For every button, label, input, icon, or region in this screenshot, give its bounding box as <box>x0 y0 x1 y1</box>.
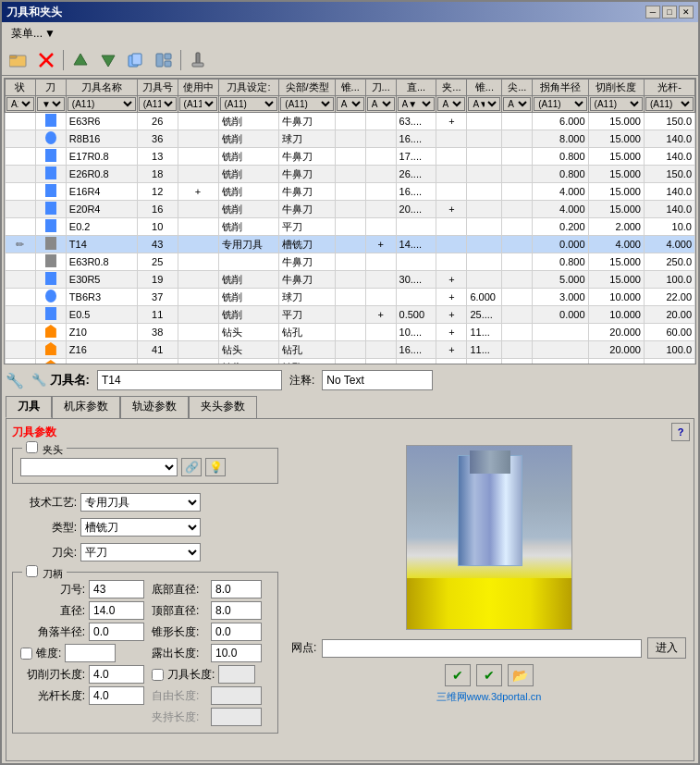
tip-select[interactable]: 平刀 球头 <box>80 543 201 561</box>
table-row[interactable]: Z16 41 钻头 钻孔 16.... + 11... 20.000 100.0 <box>6 341 695 359</box>
col-cone2: 锥... <box>467 80 502 96</box>
filter-blade[interactable]: A▼ <box>365 96 396 113</box>
minimize-button[interactable]: ─ <box>645 6 660 19</box>
toolbar-btn-copy[interactable] <box>123 48 149 72</box>
tool-len-checkbox[interactable] <box>152 669 164 681</box>
toolbar-btn-settings[interactable] <box>151 48 177 72</box>
filter-clamp[interactable]: A▼ <box>436 96 467 113</box>
filter-cone[interactable]: A▼ <box>335 96 365 113</box>
cell-num: 41 <box>137 341 178 359</box>
help-button[interactable]: ? <box>671 423 690 441</box>
cell-setting: 铣削 <box>218 183 279 201</box>
cell-blade <box>365 271 396 289</box>
table-row[interactable]: Z12 39 钻头 钻孔 12.... + 11... 20.000 70.00 <box>6 359 695 365</box>
clamp-section-title: 夹头 <box>22 441 67 457</box>
menu-item-main[interactable]: 菜单... ▼ <box>6 24 61 43</box>
toolbar-btn-up[interactable] <box>68 48 93 72</box>
tab-machine[interactable]: 机床参数 <box>52 396 120 418</box>
ok-btn-2[interactable]: ✔ <box>476 664 502 686</box>
notes-input[interactable] <box>322 370 433 390</box>
table-row[interactable]: E0.2 10 铣削 平刀 0.200 2.000 10.0 <box>6 218 695 236</box>
cell-edit <box>35 183 66 201</box>
close-button[interactable]: ✕ <box>679 6 694 19</box>
tech-select[interactable]: 专用刀具 铣削 钻头 <box>80 493 201 512</box>
bottom-dia-input[interactable] <box>211 580 262 598</box>
cone-len-input[interactable] <box>211 623 262 641</box>
cell-name: T14 <box>66 236 137 253</box>
dia-input[interactable] <box>89 601 144 620</box>
cell-tip <box>502 201 533 218</box>
cell-shaft: 140.0 <box>644 183 694 201</box>
tab-tool[interactable]: 刀具 <box>6 396 52 418</box>
hold-len-row: 夹持长度: <box>152 708 262 726</box>
clamp-light-btn[interactable]: 💡 <box>205 458 226 476</box>
toolbar-btn-delete[interactable] <box>33 48 59 72</box>
cell-name: E0.5 <box>66 306 137 324</box>
table-row[interactable]: R8B16 36 铣削 球刀 16.... 8.000 15.000 140.0 <box>6 130 695 148</box>
filter-corner[interactable]: (A11) <box>533 96 588 113</box>
cell-shaft: 140.0 <box>644 148 694 166</box>
filter-cone2[interactable]: A▼ <box>467 96 502 113</box>
tool-name-input[interactable] <box>97 370 282 390</box>
tab-clamp[interactable]: 夹头参数 <box>189 396 257 418</box>
maximize-button[interactable]: □ <box>662 6 677 19</box>
table-row[interactable]: ✏ T14 43 专用刀具 槽铣刀 + 14.... 0.000 4.000 4… <box>6 236 695 253</box>
cell-used <box>178 148 218 166</box>
table-row[interactable]: E63R0.8 25 牛鼻刀 0.800 15.000 250.0 <box>6 253 695 271</box>
cell-tip <box>502 324 533 341</box>
window-controls: ─ □ ✕ <box>645 6 694 19</box>
table-row[interactable]: E17R0.8 13 铣削 牛鼻刀 17.... 0.800 15.000 14… <box>6 148 695 166</box>
cell-edit <box>35 306 66 324</box>
filter-status[interactable]: A11 <box>6 96 36 113</box>
table-row[interactable]: Z10 38 钻头 钻孔 10.... + 11... 20.000 60.00 <box>6 324 695 341</box>
filter-dia[interactable]: A▼ <box>396 96 436 113</box>
table-row[interactable]: E26R0.8 18 铣削 牛鼻刀 26.... 0.800 15.000 15… <box>6 166 695 183</box>
free-len-input[interactable] <box>211 686 262 705</box>
filter-cutlen[interactable]: (A11) <box>588 96 644 113</box>
cone-checkbox[interactable] <box>20 648 32 660</box>
table-row[interactable]: E20R4 16 铣削 牛鼻刀 20.... + 4.000 15.000 14… <box>6 201 695 218</box>
tool-table[interactable]: 状 刀 刀具名称 刀具号 使用中 刀具设定: 尖部/类型 锥... 刀... 直… <box>4 78 696 364</box>
filter-tiptype[interactable]: (A11) <box>279 96 335 113</box>
filter-shaft[interactable]: (A11) <box>644 96 694 113</box>
filter-setting[interactable]: (A11) <box>218 96 279 113</box>
cell-tip <box>502 289 533 306</box>
folder-btn[interactable]: 📂 <box>508 664 534 686</box>
toolbar-btn-open[interactable] <box>6 48 31 72</box>
cell-cone2 <box>467 236 502 253</box>
cone-input[interactable] <box>65 644 116 662</box>
clamp-row: 🔗 💡 <box>20 458 270 476</box>
tool-len-input[interactable] <box>218 665 255 684</box>
ok-btn-1[interactable]: ✔ <box>445 664 471 686</box>
hold-len-input[interactable] <box>211 708 262 726</box>
clamp-select[interactable] <box>20 458 178 476</box>
filter-edit[interactable]: ▼ <box>35 96 66 113</box>
filter-tip[interactable]: A▼ <box>502 96 533 113</box>
net-input[interactable] <box>322 639 642 658</box>
cell-cone2: 11... <box>467 341 502 359</box>
clamp-checkbox[interactable] <box>26 441 38 453</box>
table-row[interactable]: E63R6 26 铣削 牛鼻刀 63.... + 6.000 15.000 15… <box>6 113 695 130</box>
filter-name[interactable]: (A11) <box>66 96 137 113</box>
shaftlen-input[interactable] <box>89 686 144 705</box>
handle-checkbox[interactable] <box>26 565 38 577</box>
toolbar-btn-down[interactable] <box>95 48 121 72</box>
dia-label: 直径: <box>20 603 85 619</box>
table-row[interactable]: E0.5 11 铣削 平刀 + 0.500 + 25.... 0.000 10.… <box>6 306 695 324</box>
clamp-link-btn[interactable]: 🔗 <box>181 458 202 476</box>
filter-num[interactable]: (A11) <box>137 96 178 113</box>
table-row[interactable]: TB6R3 37 铣削 球刀 + 6.000 3.000 10.000 22.0… <box>6 289 695 306</box>
tab-path[interactable]: 轨迹参数 <box>120 396 189 418</box>
net-enter-btn[interactable]: 进入 <box>647 637 686 659</box>
type-select[interactable]: 槽铣刀 球刀 牛鼻刀 平刀 <box>80 518 201 537</box>
toolbar-btn-tool[interactable] <box>185 48 211 72</box>
corner-input[interactable] <box>89 623 144 641</box>
knife-num-input[interactable] <box>89 580 144 598</box>
expose-len-input[interactable] <box>211 644 262 662</box>
filter-used[interactable]: (A11) <box>178 96 218 113</box>
top-dia-input[interactable] <box>211 601 262 620</box>
cell-num: 37 <box>137 289 178 306</box>
table-row[interactable]: E16R4 12 + 铣削 牛鼻刀 16.... 4.000 15.000 14… <box>6 183 695 201</box>
cutlen-input[interactable] <box>89 665 144 684</box>
table-row[interactable]: E30R5 19 铣削 牛鼻刀 30.... + 5.000 15.000 10… <box>6 271 695 289</box>
